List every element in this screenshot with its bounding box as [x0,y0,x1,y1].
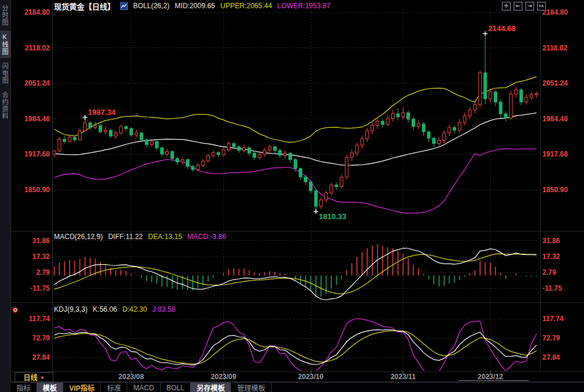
tab-vip-indicators[interactable]: VIP指标 [63,383,101,392]
y-axis-label: 2184.80 [13,8,50,16]
chart-toolbar: ✛ ⇤ ⇥ ↦ [502,2,546,11]
y-axis-label: 72.79 [13,334,50,342]
y-axis-label: -11.75 [542,284,582,292]
kdj-j-value: J:83.58 [152,305,175,313]
sidebar-item-time-chart[interactable]: 分时图 [0,2,11,29]
y-axis-label: 2051.24 [13,79,50,87]
bottom-tab-bar: 指标 模板 VIP指标 标准 MACD BOLL 另存模板 管理模板 [11,382,584,392]
pan-right-icon[interactable]: ↦ [537,2,546,11]
kdj-header: KDJ(9,3,3) K:56.06 D:42.30 J:83.58 [54,305,175,313]
scrollbar-thumb[interactable] [459,380,529,381]
price-annotation-high1: 1987.34 [88,108,116,117]
macd-header: MACD(26,12,9) DIFF:11.22 DEA:13.15 MACD:… [54,233,226,241]
kdj-params: KDJ(9,3,3) [54,305,87,313]
y-axis-label: 2.79 [542,268,582,277]
y-axis-label: 1850.90 [13,186,50,194]
sidebar-item-contract-info[interactable]: 合约资料 [0,88,11,122]
chevron-up-icon: ▲ [40,374,45,380]
y-axis-label: 2118.02 [13,44,50,52]
period-selector[interactable]: 日线 ▲ [15,372,53,382]
boll-upper-value: UPPER:2065.44 [220,2,272,10]
tab-boll[interactable]: BOLL [161,383,191,392]
x-axis-label: 2023/10 [293,373,329,381]
boll-mid-value: MID:2009.65 [175,2,215,10]
left-sidebar: 分时图 K线图 闪电图 合约资料 [0,0,11,392]
kdj-k-value: K:56.06 [93,305,117,313]
boll-params: BOLL(26,2) [133,2,169,10]
y-axis-label: 2118.02 [542,44,582,52]
y-axis-label: 1850.90 [542,186,582,194]
tab-macd[interactable]: MACD [127,383,160,392]
sidebar-item-kline-chart[interactable]: K线图 [0,30,11,58]
y-axis-label: 72.79 [542,334,582,342]
x-axis-label: 2023/09 [205,373,242,381]
y-axis-label: 17.32 [13,253,50,261]
y-axis-label: 27.84 [542,353,582,362]
price-annotation-high2: 2144.68 [488,24,516,33]
y-axis-label: 31.86 [13,237,50,245]
tab-templates[interactable]: 模板 [37,383,63,392]
tab-save-template[interactable]: 另存模板 [191,383,231,392]
kdj-d-value: D:42.30 [123,305,147,313]
y-axis-label: 1984.46 [542,115,582,123]
macd-macd-value: MACD:-3.86 [188,233,226,241]
y-axis-label: 1984.46 [13,115,50,123]
x-axis-label: 2023/12 [472,373,508,381]
boll-lower-value: LOWER:1953.87 [277,2,331,10]
sidebar-item-flash-chart[interactable]: 闪电图 [0,60,11,87]
zoom-out-icon[interactable]: ⇤ [514,2,522,11]
symbol-title: 现货黄金【日线】 [54,1,115,12]
y-axis-label: -11.75 [13,284,50,292]
y-axis-label: 2051.24 [542,79,582,87]
y-axis-label: 17.32 [542,253,582,261]
y-axis-label: 2184.80 [542,8,582,16]
price-annotation-low: 1810.33 [319,212,347,221]
period-label: 日线 [23,372,38,382]
chart-icon [120,2,128,10]
y-axis-label: 31.86 [542,237,582,245]
zoom-in-icon[interactable]: ⇥ [525,2,534,11]
macd-dea-value: DEA:13.15 [148,233,182,241]
chart-canvas[interactable] [0,0,584,392]
macd-params: MACD(26,12,9) [54,233,103,241]
x-axis-label: 2023/08 [113,373,150,381]
y-axis-label: 1917.68 [13,150,50,158]
y-axis-label: 117.74 [13,315,50,323]
chart-header: 现货黄金【日线】 BOLL(26,2) MID:2009.65 UPPER:20… [54,1,331,11]
tab-standard[interactable]: 标准 [101,383,127,392]
y-axis-label: 2.79 [13,268,50,277]
crosshair-icon[interactable]: ✛ [502,2,511,11]
tab-indicators[interactable]: 指标 [11,383,37,392]
y-axis-label: 117.74 [542,315,582,323]
indicator-alert-icon[interactable] [12,305,19,316]
trading-app-window: { "header": { "title": "现货黄金【日线】", "indi… [0,0,584,392]
x-axis-label: 2023/11 [385,373,422,381]
y-axis-label: 1917.68 [542,150,582,158]
macd-diff-value: DIFF:11.22 [108,233,142,241]
tab-manage-template[interactable]: 管理模板 [231,383,271,392]
y-axis-label: 27.84 [13,353,50,362]
